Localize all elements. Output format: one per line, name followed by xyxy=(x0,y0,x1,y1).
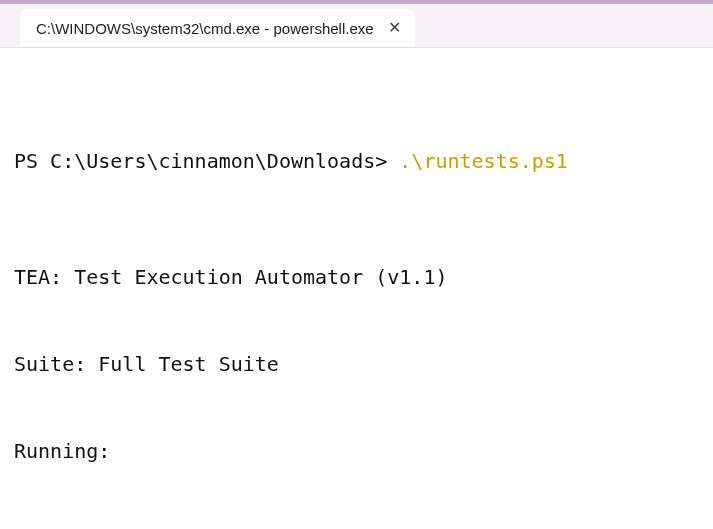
output-header-tea: TEA: Test Execution Automator (v1.1) xyxy=(14,263,699,292)
terminal-window: C:\WINDOWS\system32\cmd.exe - powershell… xyxy=(0,0,713,529)
prompt-line-1: PS C:\Users\cinnamon\Downloads> .\runtes… xyxy=(14,147,699,176)
output-header-suite: Suite: Full Test Suite xyxy=(14,350,699,379)
tab-cmd-powershell[interactable]: C:\WINDOWS\system32\cmd.exe - powershell… xyxy=(20,9,415,47)
terminal-viewport[interactable]: PS C:\Users\cinnamon\Downloads> .\runtes… xyxy=(0,48,713,529)
prompt-command: .\runtests.ps1 xyxy=(399,147,568,176)
prompt-path: PS C:\Users\cinnamon\Downloads> xyxy=(14,147,399,176)
close-icon[interactable]: ✕ xyxy=(388,20,401,36)
output-running-label: Running: xyxy=(14,437,699,466)
tab-title: C:\WINDOWS\system32\cmd.exe - powershell… xyxy=(36,20,374,37)
tab-bar: C:\WINDOWS\system32\cmd.exe - powershell… xyxy=(0,4,713,48)
